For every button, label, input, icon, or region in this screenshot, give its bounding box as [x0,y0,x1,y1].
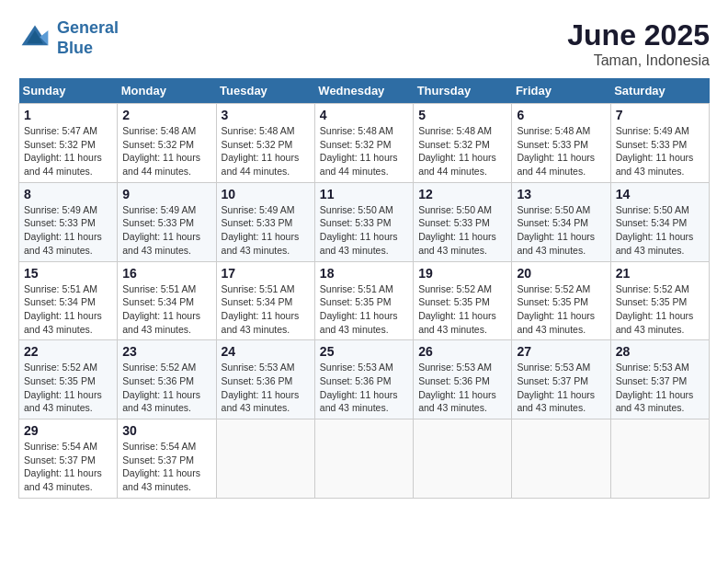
day-number: 21 [616,266,704,281]
day-number: 3 [222,108,310,122]
day-number: 30 [122,423,210,438]
day-info: Sunrise: 5:49 AMSunset: 5:33 PMDaylight:… [122,203,210,258]
logo-text: General Blue [57,18,119,58]
day-info: Sunrise: 5:48 AMSunset: 5:32 PMDaylight:… [122,124,210,178]
table-row: 19Sunrise: 5:52 AMSunset: 5:35 PMDayligh… [414,261,512,340]
col-thursday: Thursday [414,78,512,104]
col-friday: Friday [512,78,610,104]
calendar-row: 8Sunrise: 5:49 AMSunset: 5:33 PMDaylight… [19,182,710,261]
logo-line1: General [57,18,119,37]
table-row: 30Sunrise: 5:54 AMSunset: 5:37 PMDayligh… [118,419,216,499]
day-info: Sunrise: 5:50 AMSunset: 5:33 PMDaylight:… [320,203,408,258]
table-row: 28Sunrise: 5:53 AMSunset: 5:37 PMDayligh… [610,340,709,419]
day-number: 29 [24,423,112,438]
location-title: Taman, Indonesia [567,52,710,69]
table-row: 18Sunrise: 5:51 AMSunset: 5:35 PMDayligh… [314,261,413,340]
table-row: 14Sunrise: 5:50 AMSunset: 5:34 PMDayligh… [610,182,709,261]
table-row [314,419,413,499]
col-wednesday: Wednesday [314,78,413,104]
col-tuesday: Tuesday [216,78,314,104]
calendar-row: 29Sunrise: 5:54 AMSunset: 5:37 PMDayligh… [19,419,710,499]
day-info: Sunrise: 5:48 AMSunset: 5:32 PMDaylight:… [418,124,506,178]
table-row: 4Sunrise: 5:48 AMSunset: 5:32 PMDaylight… [314,104,413,183]
table-row: 10Sunrise: 5:49 AMSunset: 5:33 PMDayligh… [216,182,314,261]
day-number: 12 [418,187,506,201]
table-row: 26Sunrise: 5:53 AMSunset: 5:36 PMDayligh… [414,340,512,419]
table-row: 23Sunrise: 5:52 AMSunset: 5:36 PMDayligh… [118,340,216,419]
logo-icon [18,22,51,55]
day-info: Sunrise: 5:54 AMSunset: 5:37 PMDaylight:… [24,440,112,494]
day-info: Sunrise: 5:54 AMSunset: 5:37 PMDaylight:… [122,440,210,494]
table-row: 17Sunrise: 5:51 AMSunset: 5:34 PMDayligh… [216,261,314,340]
day-info: Sunrise: 5:51 AMSunset: 5:35 PMDaylight:… [320,282,408,337]
table-row: 3Sunrise: 5:48 AMSunset: 5:32 PMDaylight… [216,104,314,183]
day-number: 2 [122,108,210,122]
day-info: Sunrise: 5:48 AMSunset: 5:33 PMDaylight:… [517,124,605,178]
day-number: 8 [24,187,112,201]
table-row: 15Sunrise: 5:51 AMSunset: 5:34 PMDayligh… [19,261,118,340]
logo-line2: Blue [57,39,93,57]
day-info: Sunrise: 5:48 AMSunset: 5:32 PMDaylight:… [222,124,310,178]
table-row: 21Sunrise: 5:52 AMSunset: 5:35 PMDayligh… [610,261,709,340]
day-number: 4 [320,108,408,122]
day-number: 27 [517,344,605,359]
day-number: 24 [222,344,310,359]
day-info: Sunrise: 5:52 AMSunset: 5:35 PMDaylight:… [517,282,605,337]
day-number: 18 [320,266,408,281]
day-info: Sunrise: 5:49 AMSunset: 5:33 PMDaylight:… [24,203,112,258]
day-number: 6 [517,108,605,122]
day-info: Sunrise: 5:50 AMSunset: 5:33 PMDaylight:… [418,203,506,258]
col-saturday: Saturday [610,78,709,104]
table-row: 2Sunrise: 5:48 AMSunset: 5:32 PMDaylight… [118,104,216,183]
day-number: 5 [418,108,506,122]
day-info: Sunrise: 5:53 AMSunset: 5:37 PMDaylight:… [616,361,704,415]
table-row: 16Sunrise: 5:51 AMSunset: 5:34 PMDayligh… [118,261,216,340]
day-number: 1 [24,108,112,122]
day-info: Sunrise: 5:53 AMSunset: 5:36 PMDaylight:… [418,361,506,415]
table-row: 29Sunrise: 5:54 AMSunset: 5:37 PMDayligh… [19,419,118,499]
table-row: 20Sunrise: 5:52 AMSunset: 5:35 PMDayligh… [512,261,610,340]
day-number: 7 [616,108,704,122]
table-row: 13Sunrise: 5:50 AMSunset: 5:34 PMDayligh… [512,182,610,261]
day-info: Sunrise: 5:50 AMSunset: 5:34 PMDaylight:… [517,203,605,258]
day-info: Sunrise: 5:49 AMSunset: 5:33 PMDaylight:… [616,124,704,178]
table-row [512,419,610,499]
day-info: Sunrise: 5:51 AMSunset: 5:34 PMDaylight:… [222,282,310,337]
logo: General Blue [18,18,119,58]
day-number: 20 [517,266,605,281]
day-info: Sunrise: 5:52 AMSunset: 5:35 PMDaylight:… [418,282,506,337]
col-sunday: Sunday [19,78,118,104]
day-info: Sunrise: 5:51 AMSunset: 5:34 PMDaylight:… [24,282,112,337]
calendar-table: Sunday Monday Tuesday Wednesday Thursday… [18,78,710,499]
day-number: 10 [222,187,310,201]
table-row: 1Sunrise: 5:47 AMSunset: 5:32 PMDaylight… [19,104,118,183]
table-row: 11Sunrise: 5:50 AMSunset: 5:33 PMDayligh… [314,182,413,261]
calendar-row: 22Sunrise: 5:52 AMSunset: 5:35 PMDayligh… [19,340,710,419]
day-number: 23 [122,344,210,359]
day-info: Sunrise: 5:49 AMSunset: 5:33 PMDaylight:… [222,203,310,258]
day-info: Sunrise: 5:48 AMSunset: 5:32 PMDaylight:… [320,124,408,178]
day-info: Sunrise: 5:52 AMSunset: 5:35 PMDaylight:… [24,361,112,415]
table-row: 7Sunrise: 5:49 AMSunset: 5:33 PMDaylight… [610,104,709,183]
day-info: Sunrise: 5:53 AMSunset: 5:36 PMDaylight:… [320,361,408,415]
day-number: 22 [24,344,112,359]
calendar-row: 1Sunrise: 5:47 AMSunset: 5:32 PMDaylight… [19,104,710,183]
month-title: June 2025 [567,18,710,52]
day-info: Sunrise: 5:50 AMSunset: 5:34 PMDaylight:… [616,203,704,258]
title-block: June 2025 Taman, Indonesia [567,18,710,69]
table-row [414,419,512,499]
table-row: 9Sunrise: 5:49 AMSunset: 5:33 PMDaylight… [118,182,216,261]
day-info: Sunrise: 5:53 AMSunset: 5:37 PMDaylight:… [517,361,605,415]
calendar-row: 15Sunrise: 5:51 AMSunset: 5:34 PMDayligh… [19,261,710,340]
table-row: 6Sunrise: 5:48 AMSunset: 5:33 PMDaylight… [512,104,610,183]
day-number: 28 [616,344,704,359]
day-info: Sunrise: 5:52 AMSunset: 5:35 PMDaylight:… [616,282,704,337]
table-row [610,419,709,499]
day-number: 9 [122,187,210,201]
day-number: 15 [24,266,112,281]
table-row: 25Sunrise: 5:53 AMSunset: 5:36 PMDayligh… [314,340,413,419]
day-number: 11 [320,187,408,201]
table-row: 5Sunrise: 5:48 AMSunset: 5:32 PMDaylight… [414,104,512,183]
day-number: 13 [517,187,605,201]
day-number: 19 [418,266,506,281]
